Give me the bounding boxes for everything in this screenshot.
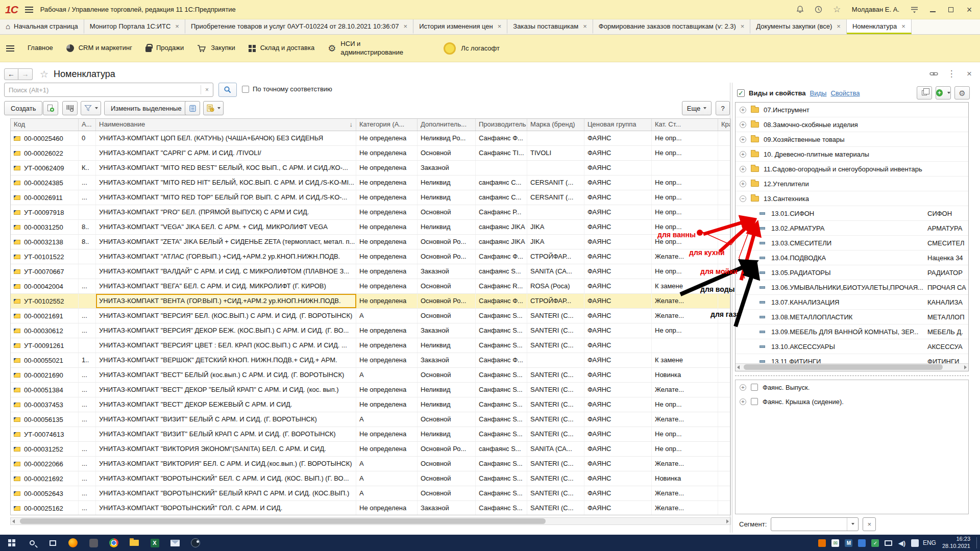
table-row[interactable]: 00-00056135...УНИТАЗ-КОМПАКТ "ВИЗИТ" БЕЛ… xyxy=(11,412,730,427)
maximize-button[interactable] xyxy=(945,4,957,15)
taskbar-clock[interactable]: 16:23 28.10.2021 xyxy=(942,536,970,550)
tab-nomenclature[interactable]: Номенклатура× xyxy=(847,19,912,34)
scroll-left-icon[interactable] xyxy=(12,519,15,523)
barcode-search-icon[interactable] xyxy=(62,101,78,115)
table-row[interactable]: УТ-00062409К..УНИТАЗ-КОМПАКТ "MITO RED B… xyxy=(11,161,730,176)
segment-value[interactable] xyxy=(771,518,847,531)
menu-item-main[interactable]: Главное xyxy=(28,44,53,52)
tree-scrollbar-thumb[interactable] xyxy=(744,364,943,370)
expander-icon[interactable]: + xyxy=(740,136,746,143)
table-row[interactable]: 00-00021690...УНИТАЗ-КОМПАКТ "ВЕСТ" БЕЛЫ… xyxy=(11,368,730,383)
column-header-category[interactable]: Категория (А... xyxy=(356,119,418,131)
expander-icon[interactable]: + xyxy=(740,121,746,128)
horizontal-splitter[interactable] xyxy=(735,375,969,376)
history-icon[interactable] xyxy=(813,4,824,15)
tab-close-icon[interactable]: × xyxy=(498,23,502,30)
expander-icon[interactable]: + xyxy=(740,166,746,172)
tree-horizontal-scrollbar[interactable] xyxy=(736,363,968,371)
tree-scroll-right-icon[interactable] xyxy=(964,365,967,369)
expander-icon[interactable]: + xyxy=(740,151,746,158)
excel-icon[interactable] xyxy=(146,536,163,550)
menu-item-sales[interactable]: Продажи xyxy=(145,44,184,52)
service-menu-icon[interactable] xyxy=(909,4,920,15)
add-type-button[interactable]: + xyxy=(936,86,951,99)
table-row[interactable]: 00-00030612...УНИТАЗ-КОМПАКТ "ВЕРСИЯ" ДЕ… xyxy=(11,323,730,338)
tab-order-generation[interactable]: Формирование заказов поставщикам (v: 2.3… xyxy=(593,19,751,34)
property-checkbox[interactable] xyxy=(751,384,758,391)
tree-group[interactable]: +10. Древесно-плитные материалы xyxy=(736,147,968,162)
scrollbar-thumb[interactable] xyxy=(20,518,546,524)
taskbar-search-icon[interactable] xyxy=(23,536,41,550)
table-row[interactable]: 00-00031252...УНИТАЗ-КОМПАКТ "ВИКТОРИЯ Э… xyxy=(11,442,730,457)
tray-remote-icon[interactable] xyxy=(857,538,867,547)
close-form-icon[interactable]: × xyxy=(964,68,975,79)
expander-icon[interactable]: + xyxy=(740,181,746,187)
table-row[interactable]: 00-000254600УНИТАЗ-КОМПАКТ ЦОП БЕЛ. (КАТ… xyxy=(11,131,730,146)
table-row[interactable]: 00-00025162...УНИТАЗ-КОМПАКТ "ВОРОТЫНСКИ… xyxy=(11,501,730,515)
favorites-star-icon[interactable]: ☆ xyxy=(831,4,843,15)
compare-icon[interactable] xyxy=(917,86,932,99)
table-row[interactable]: 00-00037453...УНИТАЗ-КОМПАКТ "ВЕСТ" ДЕКО… xyxy=(11,397,730,412)
tree-group[interactable]: −13.Сантехника xyxy=(736,191,968,206)
tree-group[interactable]: +12.Утеплители xyxy=(736,177,968,191)
segment-clear-button[interactable]: × xyxy=(863,517,876,531)
column-header-brand[interactable]: Марка (бренд) xyxy=(527,119,584,131)
tab-monitor-portal[interactable]: Монитор Портала 1С:ИТС× xyxy=(84,19,185,34)
menu-item-warehouse[interactable]: Склад и доставка xyxy=(249,44,315,52)
table-row[interactable]: 00-00026022УНИТАЗ-КОМПАКТ "CAPRI" С АРМ.… xyxy=(11,146,730,161)
link-properties[interactable]: Свойства xyxy=(830,89,860,97)
scroll-right-icon[interactable] xyxy=(726,519,729,523)
mail-app-icon[interactable] xyxy=(166,536,184,550)
tree-item[interactable]: 13.01.СИФОНСИФОН xyxy=(736,206,968,221)
tree-item[interactable]: 13.04.ПОДВОДКАНаценка 34 xyxy=(736,251,968,265)
table-horizontal-scrollbar[interactable] xyxy=(10,517,731,525)
list-view-icon[interactable] xyxy=(185,101,200,115)
back-button[interactable]: ← xyxy=(4,68,18,80)
clear-search-icon[interactable]: × xyxy=(201,85,213,94)
tree-scroll-left-icon[interactable] xyxy=(737,365,740,369)
tree-item[interactable]: 13.08.МЕТАЛЛОПЛАСТИКМЕТАЛЛОП xyxy=(736,310,968,324)
table-row[interactable]: УТ-00074613УНИТАЗ-КОМПАКТ "ВИЗИТ" БЕЛЫЙ … xyxy=(11,427,730,442)
add-favorite-star-icon[interactable]: ☆ xyxy=(40,68,48,80)
table-row[interactable]: 00-000321388..УНИТАЗ-КОМПАКТ "ZETA" JIKA… xyxy=(11,235,730,249)
notifications-bell-icon[interactable] xyxy=(795,4,806,15)
menu-item-purchases[interactable]: Закупки xyxy=(197,44,235,52)
tray-java-icon[interactable] xyxy=(818,538,827,547)
tree-item[interactable]: 13.07.КАНАЛИЗАЦИЯКАНАЛИЗА xyxy=(736,295,968,310)
table-row[interactable]: 00-00052643...УНИТАЗ-КОМПАКТ "ВОРОТЫНСКИ… xyxy=(11,486,730,501)
tab-close-icon[interactable]: × xyxy=(175,23,179,30)
tab-close-icon[interactable]: × xyxy=(837,23,841,30)
tray-m-app-icon[interactable]: M xyxy=(844,538,853,547)
column-header-status[interactable]: Кат. Ст... xyxy=(652,119,718,131)
search-button[interactable] xyxy=(218,83,237,97)
edit-selected-button[interactable]: Изменить выделенные xyxy=(104,101,188,115)
show-desktop-button[interactable] xyxy=(976,537,977,548)
segment-combobox[interactable] xyxy=(771,517,859,531)
types-panel-checkbox[interactable]: ✓ xyxy=(737,89,745,97)
main-menu-icon[interactable] xyxy=(25,7,33,13)
tree-item[interactable]: 13.03.СМЕСИТЕЛИСМЕСИТЕЛ xyxy=(736,236,968,251)
steam-icon[interactable] xyxy=(187,536,204,550)
tray-mail-icon[interactable]: ✉ xyxy=(831,538,840,547)
tree-item[interactable]: 13.05.РАДИАТОРЫРАДИАТОР xyxy=(736,265,968,280)
property-row[interactable]: +Фаянс. Крышка (сидение). xyxy=(736,394,968,409)
firefox-icon[interactable] xyxy=(64,536,82,550)
forward-button[interactable]: → xyxy=(18,68,33,80)
menu-item-crm[interactable]: CRM и маркетинг xyxy=(66,44,132,52)
form-more-kebab-icon[interactable]: ⋮ xyxy=(946,68,957,79)
expander-icon[interactable]: + xyxy=(740,398,746,405)
filter-icon[interactable] xyxy=(81,101,101,115)
create-button[interactable]: Создать xyxy=(4,101,42,115)
tab-price-history[interactable]: История изменения цен× xyxy=(413,19,507,34)
table-row[interactable]: УТ-00101522УНИТАЗ-КОМПАКТ "АТЛАС (ГОР.ВЫ… xyxy=(11,249,730,264)
tab-close-icon[interactable]: × xyxy=(583,23,587,30)
table-row[interactable]: 00-000550211..УНИТАЗ-КОМПАКТ "ВЕРШОК" ДЕ… xyxy=(11,353,730,368)
table-row[interactable]: 00-00021692...УНИТАЗ-КОМПАКТ "ВОРОТЫНСКИ… xyxy=(11,471,730,486)
tree-item[interactable]: 13.06.УМЫВАЛЬНИКИ,БИОТУАЛЕТЫ,ПРОЧАЯ...ПР… xyxy=(736,280,968,295)
tree-item[interactable]: 13.09.МЕБЕЛЬ ДЛЯ ВАННОЙ КОМНАТЫ, ЗЕР...М… xyxy=(736,324,968,339)
help-button[interactable]: ? xyxy=(716,101,730,115)
menu-item-nsi[interactable]: ⚙НСИ и администрирование xyxy=(328,40,417,57)
close-window-button[interactable]: × xyxy=(964,4,975,15)
tree-group[interactable]: +08.Замочно-скобяные изделия xyxy=(736,117,968,132)
column-header-extra[interactable]: Дополнитель... xyxy=(418,119,476,131)
